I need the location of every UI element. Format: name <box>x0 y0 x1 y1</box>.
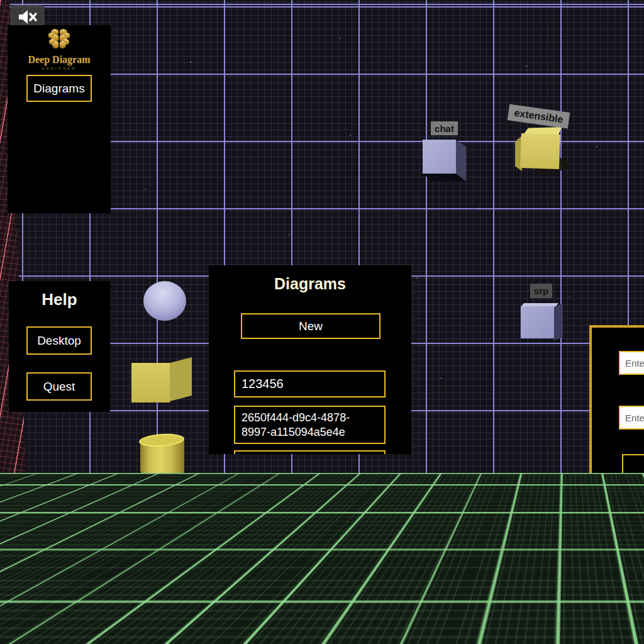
right-side-panel <box>589 325 644 543</box>
cube-srp[interactable] <box>521 306 554 338</box>
cube-srp-side-face <box>554 304 563 340</box>
diagrams-panel-title: Diagrams <box>209 275 411 293</box>
yellow-cube-shape[interactable] <box>131 363 170 402</box>
cube-chat[interactable] <box>423 140 456 174</box>
new-diagram-button[interactable]: New <box>241 313 380 339</box>
help-quest-button[interactable]: Quest <box>26 372 92 401</box>
right-panel-button-1[interactable] <box>622 454 644 480</box>
right-panel-button-2[interactable] <box>622 500 644 523</box>
logo-panel: Deep Diagram DESIGNER Diagrams <box>8 25 111 213</box>
yellow-cube-side-face <box>170 357 192 401</box>
brand-subtitle: DESIGNER <box>8 67 111 70</box>
diagram-list-item-partial[interactable] <box>234 450 386 454</box>
brain-logo-icon <box>8 28 111 53</box>
right-panel-input-2[interactable] <box>619 406 644 430</box>
help-desktop-button[interactable]: Desktop <box>26 326 92 355</box>
vr-scene: chat extensible srp <box>0 0 644 644</box>
diagrams-menu-button[interactable]: Diagrams <box>26 75 92 102</box>
node-label-chat[interactable]: chat <box>431 121 458 135</box>
diagram-list-item[interactable]: 2650f444-d9c4-4878-8997-a115094a5e4e <box>234 406 386 444</box>
brand-name: Deep Diagram <box>8 54 111 65</box>
cube-extensible[interactable] <box>520 133 560 169</box>
node-label-srp[interactable]: srp <box>530 284 552 298</box>
diagram-list-item[interactable]: 123456 <box>234 370 386 397</box>
sphere-shape[interactable] <box>143 281 186 321</box>
right-panel-input-1[interactable] <box>619 351 644 375</box>
help-panel: Help Desktop Quest <box>9 281 110 412</box>
diagrams-panel: Diagrams New 123456 2650f444-d9c4-4878-8… <box>209 265 411 454</box>
help-panel-title: Help <box>9 290 110 309</box>
